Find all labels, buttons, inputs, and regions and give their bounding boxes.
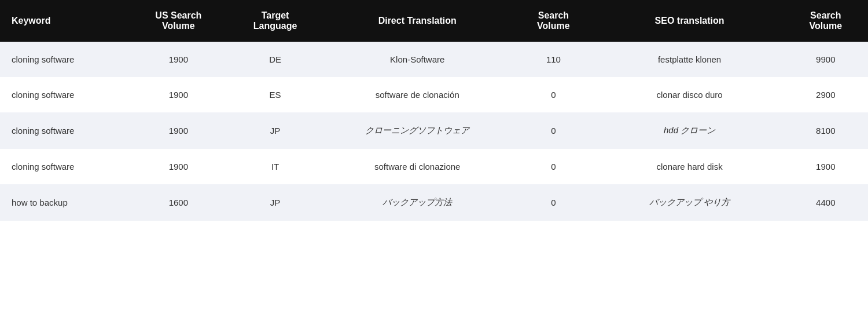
cell-keyword: cloning software bbox=[0, 112, 130, 149]
cell-target-language: ES bbox=[227, 77, 323, 112]
cell-direct-translation: クローニングソフトウェア bbox=[323, 112, 511, 149]
cell-keyword: cloning software bbox=[0, 149, 130, 184]
cell-direct-translation: バックアップ方法 bbox=[323, 184, 511, 221]
cell-search-volume-2: 2900 bbox=[784, 77, 868, 112]
cell-search-volume-2: 9900 bbox=[784, 42, 868, 77]
cell-search-volume-1: 0 bbox=[511, 77, 595, 112]
cell-us-search-volume: 1900 bbox=[130, 42, 227, 77]
cell-us-search-volume: 1900 bbox=[130, 77, 227, 112]
table-row: cloning software1900ITsoftware di clonaz… bbox=[0, 149, 868, 184]
cell-direct-translation: Klon-Software bbox=[323, 42, 511, 77]
header-target-language: Target Language bbox=[227, 0, 323, 42]
cell-search-volume-2: 1900 bbox=[784, 149, 868, 184]
cell-us-search-volume: 1900 bbox=[130, 112, 227, 149]
header-seo-translation: SEO translation bbox=[596, 0, 784, 42]
cell-search-volume-2: 8100 bbox=[784, 112, 868, 149]
table-row: cloning software1900JPクローニングソフトウェア0hdd ク… bbox=[0, 112, 868, 149]
cell-seo-translation: clonare hard disk bbox=[596, 149, 784, 184]
cell-keyword: cloning software bbox=[0, 77, 130, 112]
cell-seo-translation: バックアップ やり方 bbox=[596, 184, 784, 221]
cell-seo-translation: clonar disco duro bbox=[596, 77, 784, 112]
cell-search-volume-1: 0 bbox=[511, 112, 595, 149]
cell-target-language: IT bbox=[227, 149, 323, 184]
cell-search-volume-1: 0 bbox=[511, 184, 595, 221]
cell-search-volume-1: 0 bbox=[511, 149, 595, 184]
cell-keyword: cloning software bbox=[0, 42, 130, 77]
cell-target-language: JP bbox=[227, 184, 323, 221]
cell-seo-translation: hdd クローン bbox=[596, 112, 784, 149]
header-direct-translation: Direct Translation bbox=[323, 0, 511, 42]
header-search-volume-2: Search Volume bbox=[784, 0, 868, 42]
cell-direct-translation: software di clonazione bbox=[323, 149, 511, 184]
seo-translation-table: Keyword US Search Volume Target Language… bbox=[0, 0, 868, 221]
cell-keyword: how to backup bbox=[0, 184, 130, 221]
cell-target-language: DE bbox=[227, 42, 323, 77]
header-search-volume-1: Search Volume bbox=[511, 0, 595, 42]
header-keyword: Keyword bbox=[0, 0, 130, 42]
cell-us-search-volume: 1900 bbox=[130, 149, 227, 184]
cell-search-volume-2: 4400 bbox=[784, 184, 868, 221]
header-row: Keyword US Search Volume Target Language… bbox=[0, 0, 868, 42]
cell-seo-translation: festplatte klonen bbox=[596, 42, 784, 77]
table-row: cloning software1900ESsoftware de clonac… bbox=[0, 77, 868, 112]
cell-direct-translation: software de clonación bbox=[323, 77, 511, 112]
table-row: how to backup1600JPバックアップ方法0バックアップ やり方44… bbox=[0, 184, 868, 221]
cell-target-language: JP bbox=[227, 112, 323, 149]
header-us-search-volume: US Search Volume bbox=[130, 0, 227, 42]
table-row: cloning software1900DEKlon-Software110fe… bbox=[0, 42, 868, 77]
cell-us-search-volume: 1600 bbox=[130, 184, 227, 221]
cell-search-volume-1: 110 bbox=[511, 42, 595, 77]
